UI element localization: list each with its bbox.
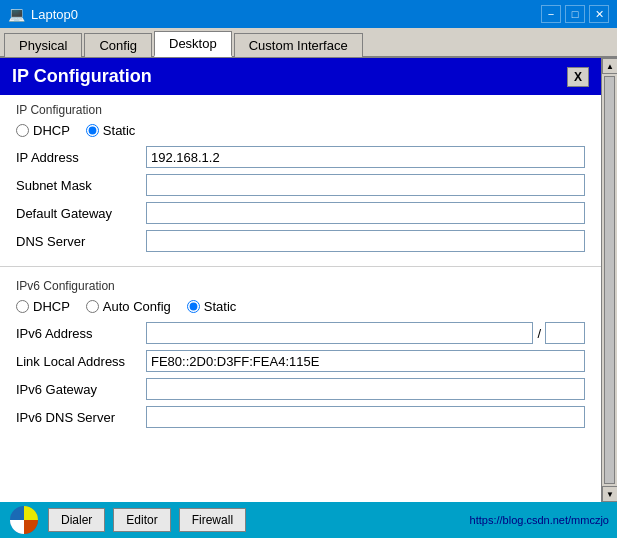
ipv6-static-radio-label[interactable]: Static [187, 299, 237, 314]
title-bar-left: 💻 Laptop0 [8, 6, 78, 22]
ipv6-dhcp-radio[interactable] [16, 300, 29, 313]
ipv6-address-row: IPv6 Address / [16, 322, 585, 344]
ip-address-row: IP Address [16, 146, 585, 168]
ip-config-close-button[interactable]: X [567, 67, 589, 87]
ipv6-address-label: IPv6 Address [16, 326, 146, 341]
tab-config[interactable]: Config [84, 33, 152, 57]
dns-server-label: DNS Server [16, 234, 146, 249]
title-bar: 💻 Laptop0 − □ ✕ [0, 0, 617, 28]
ipv4-mode-row: DHCP Static [16, 123, 585, 138]
default-gateway-row: Default Gateway [16, 202, 585, 224]
minimize-button[interactable]: − [541, 5, 561, 23]
dialer-button[interactable]: Dialer [48, 508, 105, 532]
ipv6-dns-label: IPv6 DNS Server [16, 410, 146, 425]
ipv6-mode-row: DHCP Auto Config Static [16, 299, 585, 314]
scrollbar-thumb[interactable] [604, 76, 615, 484]
dns-server-input[interactable] [146, 230, 585, 252]
dns-server-row: DNS Server [16, 230, 585, 252]
tab-physical[interactable]: Physical [4, 33, 82, 57]
tab-bar: Physical Config Desktop Custom Interface [0, 28, 617, 58]
ipv6-slash: / [533, 326, 545, 341]
maximize-button[interactable]: □ [565, 5, 585, 23]
ipv6-static-label: Static [204, 299, 237, 314]
tab-desktop[interactable]: Desktop [154, 31, 232, 57]
ipv6-dhcp-label: DHCP [33, 299, 70, 314]
ipv6-gateway-label: IPv6 Gateway [16, 382, 146, 397]
link-local-input[interactable] [146, 350, 585, 372]
ipv6-dhcp-radio-label[interactable]: DHCP [16, 299, 70, 314]
editor-button[interactable]: Editor [113, 508, 170, 532]
subnet-mask-row: Subnet Mask [16, 174, 585, 196]
ip-address-input[interactable] [146, 146, 585, 168]
ip-address-label: IP Address [16, 150, 146, 165]
ip-config-panel: IP Configuration X IP Configuration DHCP… [0, 58, 601, 502]
ipv6-section-title: IPv6 Configuration [16, 279, 585, 293]
close-button[interactable]: ✕ [589, 5, 609, 23]
ipv6-address-input[interactable] [146, 322, 533, 344]
app-icon: 💻 [8, 6, 25, 22]
bottom-bar: Dialer Editor Firewall https://blog.csdn… [0, 502, 617, 538]
scrollbar-up-button[interactable]: ▲ [602, 58, 617, 74]
static-radio[interactable] [86, 124, 99, 137]
url-text: https://blog.csdn.net/mmczjo [470, 514, 609, 526]
link-local-row: Link Local Address [16, 350, 585, 372]
ip-config-title: IP Configuration [12, 66, 152, 87]
ipv4-section: IP Configuration DHCP Static IP Address [0, 95, 601, 262]
pie-chart-icon [8, 504, 40, 536]
section-divider [0, 266, 601, 267]
ipv6-gateway-input[interactable] [146, 378, 585, 400]
ipv6-prefix-input[interactable] [545, 322, 585, 344]
ipv6-gateway-row: IPv6 Gateway [16, 378, 585, 400]
default-gateway-label: Default Gateway [16, 206, 146, 221]
scrollbar-down-button[interactable]: ▼ [602, 486, 617, 502]
subnet-mask-input[interactable] [146, 174, 585, 196]
ip-config-header: IP Configuration X [0, 58, 601, 95]
window-title: Laptop0 [31, 7, 78, 22]
title-bar-controls: − □ ✕ [541, 5, 609, 23]
dhcp-radio[interactable] [16, 124, 29, 137]
ipv6-section: IPv6 Configuration DHCP Auto Config Stat… [0, 271, 601, 438]
firewall-button[interactable]: Firewall [179, 508, 246, 532]
ipv6-autoconfig-radio-label[interactable]: Auto Config [86, 299, 171, 314]
static-radio-label[interactable]: Static [86, 123, 136, 138]
static-label: Static [103, 123, 136, 138]
ipv4-section-title: IP Configuration [16, 103, 585, 117]
link-local-label: Link Local Address [16, 354, 146, 369]
ipv6-dns-input[interactable] [146, 406, 585, 428]
ipv6-static-radio[interactable] [187, 300, 200, 313]
ipv6-autoconfig-radio[interactable] [86, 300, 99, 313]
ipv6-dns-row: IPv6 DNS Server [16, 406, 585, 428]
ipv6-autoconfig-label: Auto Config [103, 299, 171, 314]
scrollbar-track: ▲ ▼ [601, 58, 617, 502]
main-content: IP Configuration X IP Configuration DHCP… [0, 58, 617, 538]
tab-custom-interface[interactable]: Custom Interface [234, 33, 363, 57]
default-gateway-input[interactable] [146, 202, 585, 224]
scroll-area: IP Configuration X IP Configuration DHCP… [0, 58, 617, 502]
subnet-mask-label: Subnet Mask [16, 178, 146, 193]
dhcp-label: DHCP [33, 123, 70, 138]
dhcp-radio-label[interactable]: DHCP [16, 123, 70, 138]
